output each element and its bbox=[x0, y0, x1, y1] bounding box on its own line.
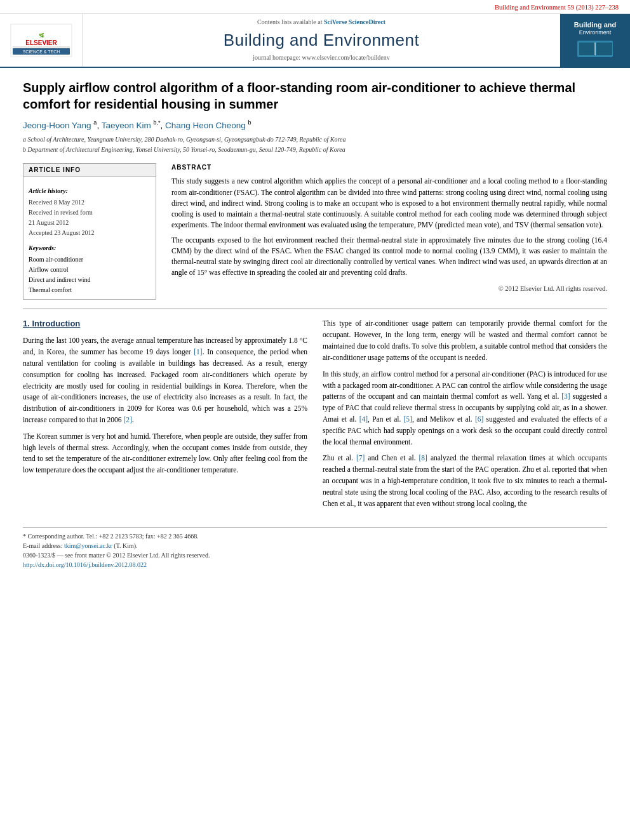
received-revised-label: Received in revised form bbox=[29, 208, 151, 218]
header-center: Contents lists available at SciVerse Sci… bbox=[83, 14, 560, 67]
journal-citation: Building and Environment 59 (2013) 227–2… bbox=[495, 4, 619, 11]
abstract-text: This study suggests a new control algori… bbox=[171, 176, 607, 278]
abstract-para-2: The occupants exposed to the hot environ… bbox=[171, 235, 607, 279]
doi-line: http://dx.doi.org/10.1016/j.buildenv.201… bbox=[23, 560, 607, 570]
author-kim: Taeyeon Kim bbox=[102, 120, 151, 130]
main-content: Supply airflow control algorithm of a fl… bbox=[0, 68, 630, 582]
body-right-para-3: Zhu et al. [7] and Chen et al. [8] analy… bbox=[323, 453, 607, 509]
ref-7: [7] bbox=[356, 454, 365, 462]
svg-rect-8 bbox=[596, 43, 612, 55]
history-label: Article history: bbox=[29, 186, 151, 196]
ref-4: [4] bbox=[359, 415, 368, 423]
keyword-2: Airflow control bbox=[29, 265, 151, 275]
affiliation-a: a School of Architecture, Yeungnam Unive… bbox=[23, 135, 607, 144]
affiliations: a School of Architecture, Yeungnam Unive… bbox=[23, 135, 607, 154]
keyword-4: Thermal comfort bbox=[29, 285, 151, 295]
svg-text:ELSEVIER: ELSEVIER bbox=[25, 39, 57, 46]
body-section: 1. Introduction During the last 100 year… bbox=[23, 318, 607, 514]
section1-number: 1. bbox=[23, 319, 30, 328]
logo-title: Building and bbox=[574, 20, 617, 29]
body-right-para-2: In this study, an airflow control method… bbox=[323, 369, 607, 448]
email-label: E-mail address: bbox=[23, 542, 62, 549]
received-date: Received 8 May 2012 bbox=[29, 197, 151, 208]
divider bbox=[23, 309, 607, 309]
footnote-email: E-mail address: tkim@yonsei.ac.kr (T. Ki… bbox=[23, 541, 607, 550]
body-left-para-2: The Korean summer is very hot and humid.… bbox=[23, 431, 307, 476]
article-info-box: ARTICLE INFO Article history: Received 8… bbox=[23, 163, 156, 300]
journal-homepage: journal homepage: www.elsevier.com/locat… bbox=[253, 53, 389, 63]
abstract-col: ABSTRACT This study suggests a new contr… bbox=[171, 163, 607, 300]
ref-5: [5] bbox=[404, 415, 412, 423]
accepted-date: Accepted 23 August 2012 bbox=[29, 228, 151, 238]
article-info-header: ARTICLE INFO bbox=[23, 164, 156, 178]
cool-text: cool bbox=[267, 455, 280, 462]
authors-line: Jeong-Hoon Yang a, Taeyeon Kim b,*, Chan… bbox=[23, 119, 607, 131]
email-link[interactable]: tkim@yonsei.ac.kr bbox=[64, 542, 112, 549]
author-kim-sup: b,* bbox=[153, 119, 160, 126]
body-right-col: This type of air-conditioner usage patte… bbox=[323, 318, 607, 514]
affiliation-b: b Department of Architectural Engineerin… bbox=[23, 145, 607, 154]
section1-heading: 1. Introduction bbox=[23, 318, 307, 330]
elsevier-logo-area: 🌿 ELSEVIER SCIENCE & TECH bbox=[0, 14, 83, 67]
journal-title: Building and Environment bbox=[224, 29, 419, 53]
sciverse-link[interactable]: SciVerse ScienceDirect bbox=[324, 18, 385, 25]
header-right-logo: Building and Environment bbox=[560, 14, 630, 67]
journal-icon bbox=[576, 39, 614, 58]
ref-2: [2] bbox=[123, 416, 131, 423]
revised-date: 21 August 2012 bbox=[29, 218, 151, 228]
author-cheong-sup: b bbox=[248, 119, 251, 126]
doi-link[interactable]: http://dx.doi.org/10.1016/j.buildenv.201… bbox=[23, 561, 147, 568]
keyword-1: Room air-conditioner bbox=[29, 255, 151, 265]
elsevier-logo-icon: 🌿 ELSEVIER SCIENCE & TECH bbox=[10, 23, 73, 58]
ref-8: [8] bbox=[419, 454, 427, 462]
journal-bar: Building and Environment 59 (2013) 227–2… bbox=[0, 0, 630, 14]
abstract-header: ABSTRACT bbox=[171, 163, 607, 173]
article-info-body: Article history: Received 8 May 2012 Rec… bbox=[23, 177, 156, 299]
author-cheong: Chang Heon Cheong bbox=[165, 120, 246, 130]
info-abstract-section: ARTICLE INFO Article history: Received 8… bbox=[23, 163, 607, 300]
body-left-col: 1. Introduction During the last 100 year… bbox=[23, 318, 307, 514]
journal-header: 🌿 ELSEVIER SCIENCE & TECH Contents lists… bbox=[0, 14, 630, 68]
article-title: Supply airflow control algorithm of a fl… bbox=[23, 79, 607, 112]
article-info-col: ARTICLE INFO Article history: Received 8… bbox=[23, 163, 156, 300]
footnote-corresponding: * Corresponding author. Tel.: +82 2 2123… bbox=[23, 531, 607, 541]
logo-sub: Environment bbox=[574, 29, 617, 37]
ref-6: [6] bbox=[475, 415, 483, 423]
section1-title: Introduction bbox=[32, 319, 80, 328]
copyright: © 2012 Elsevier Ltd. All rights reserved… bbox=[171, 284, 607, 293]
author-yang-sup: a bbox=[93, 119, 97, 126]
author-yang: Jeong-Hoon Yang bbox=[23, 120, 91, 130]
body-right-para-1: This type of air-conditioner usage patte… bbox=[323, 318, 607, 363]
and-text: and bbox=[512, 331, 523, 338]
ref-3: [3] bbox=[561, 392, 570, 400]
svg-rect-7 bbox=[579, 43, 595, 55]
ref-1: [1] bbox=[194, 348, 202, 356]
sciverse-line: Contents lists available at SciVerse Sci… bbox=[257, 18, 385, 27]
svg-text:🌿: 🌿 bbox=[38, 32, 44, 38]
body-left-para-1: During the last 100 years, the average a… bbox=[23, 335, 307, 426]
svg-text:SCIENCE & TECH: SCIENCE & TECH bbox=[22, 50, 60, 54]
footnote-area: * Corresponding author. Tel.: +82 2 2123… bbox=[23, 527, 607, 570]
keywords-label: Keywords: bbox=[29, 243, 151, 253]
keyword-3: Direct and indirect wind bbox=[29, 275, 151, 285]
abstract-para-1: This study suggests a new control algori… bbox=[171, 176, 607, 230]
issn-line: 0360-1323/$ — see front matter © 2012 El… bbox=[23, 550, 607, 560]
email-suffix: (T. Kim). bbox=[114, 542, 137, 549]
journal-logo-box: Building and Environment bbox=[574, 20, 617, 61]
